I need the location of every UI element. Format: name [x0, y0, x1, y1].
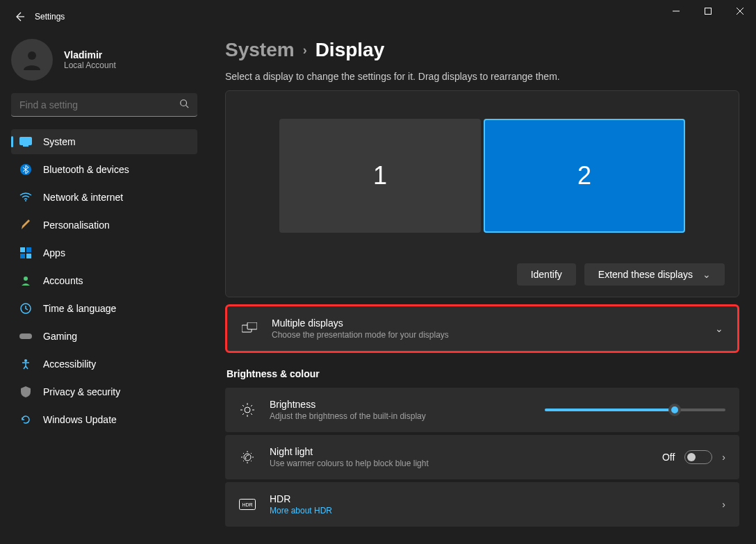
- night-light-card[interactable]: Night light Use warmer colours to help b…: [225, 435, 739, 479]
- svg-line-28: [251, 405, 252, 406]
- sidebar-item-apps[interactable]: Apps: [11, 240, 197, 265]
- nav-label: Apps: [43, 247, 65, 258]
- person-icon: [19, 274, 32, 287]
- identify-button[interactable]: Identify: [517, 263, 576, 286]
- svg-line-38: [243, 461, 244, 461]
- breadcrumb-parent[interactable]: System: [225, 39, 295, 61]
- svg-text:HDR: HDR: [242, 502, 252, 507]
- accessibility-icon: [19, 358, 32, 370]
- nav-label: Accessibility: [43, 358, 96, 370]
- svg-point-5: [181, 99, 187, 106]
- brightness-sub: Adjust the brightness of the built-in di…: [270, 411, 531, 421]
- nav-label: Windows Update: [43, 414, 117, 425]
- extend-label: Extend these displays: [598, 269, 693, 280]
- chevron-down-icon: ⌄: [702, 269, 711, 280]
- bluetooth-icon: [19, 163, 32, 176]
- svg-point-21: [245, 407, 250, 413]
- update-icon: [19, 413, 32, 426]
- brightness-card[interactable]: Brightness Adjust the brightness of the …: [225, 388, 739, 432]
- nav-label: Gaming: [43, 331, 77, 342]
- sun-icon: [239, 403, 256, 417]
- night-light-state: Off: [662, 452, 675, 463]
- nav-label: Network & internet: [43, 192, 123, 203]
- svg-rect-8: [23, 145, 28, 147]
- svg-line-35: [243, 453, 244, 454]
- nav-label: Accounts: [43, 275, 83, 286]
- svg-rect-13: [20, 254, 25, 258]
- breadcrumb: System › Display: [225, 39, 739, 61]
- section-brightness-colour: Brightness & colour: [227, 368, 739, 379]
- nav-label: System: [43, 136, 76, 147]
- svg-rect-17: [19, 333, 32, 339]
- extend-displays-dropdown[interactable]: Extend these displays ⌄: [584, 263, 725, 286]
- svg-rect-7: [20, 138, 32, 145]
- monitor-2[interactable]: 2: [484, 119, 685, 233]
- svg-rect-20: [247, 322, 257, 329]
- chevron-down-icon: ⌄: [715, 323, 723, 334]
- nav-label: Time & language: [43, 303, 116, 314]
- svg-point-4: [28, 51, 36, 60]
- sidebar-item-time[interactable]: Time & language: [11, 296, 197, 321]
- svg-rect-11: [20, 247, 25, 252]
- account-type: Local Account: [64, 60, 116, 70]
- avatar-icon: [11, 39, 53, 81]
- svg-rect-1: [705, 8, 712, 15]
- multiple-displays-card[interactable]: Multiple displays Choose the presentatio…: [225, 304, 739, 353]
- user-profile[interactable]: Vladimir Local Account: [11, 39, 197, 81]
- breadcrumb-current: Display: [315, 39, 385, 61]
- shield-icon: [19, 386, 32, 398]
- apps-icon: [19, 247, 32, 259]
- sidebar-item-bluetooth[interactable]: Bluetooth & devices: [11, 157, 197, 182]
- svg-line-37: [251, 453, 252, 454]
- sidebar-item-system[interactable]: System: [11, 129, 197, 154]
- search-icon: [179, 99, 189, 111]
- system-icon: [19, 135, 32, 148]
- moon-icon: [239, 450, 256, 464]
- nav-label: Bluetooth & devices: [43, 164, 129, 175]
- minimize-button[interactable]: [660, 0, 692, 22]
- brush-icon: [19, 219, 32, 231]
- sidebar: Vladimir Local Account System Bluetooth …: [0, 33, 208, 544]
- night-light-toggle[interactable]: [684, 450, 712, 464]
- search-field[interactable]: [19, 99, 179, 110]
- night-light-title: Night light: [270, 446, 648, 457]
- sidebar-item-update[interactable]: Windows Update: [11, 407, 197, 432]
- sidebar-item-personalisation[interactable]: Personalisation: [11, 213, 197, 238]
- hdr-link[interactable]: More about HDR: [270, 506, 708, 516]
- chevron-right-icon: ›: [303, 43, 307, 58]
- maximize-button[interactable]: [692, 0, 724, 22]
- svg-rect-14: [26, 254, 31, 258]
- hdr-card[interactable]: HDR HDR More about HDR ›: [225, 482, 739, 527]
- sidebar-item-accessibility[interactable]: Accessibility: [11, 352, 197, 377]
- sidebar-item-gaming[interactable]: Gaming: [11, 324, 197, 349]
- sidebar-item-privacy[interactable]: Privacy & security: [11, 379, 197, 404]
- monitors-container: 1 2: [240, 119, 725, 233]
- game-icon: [19, 330, 32, 343]
- svg-point-30: [244, 454, 251, 461]
- search-input[interactable]: [11, 93, 197, 117]
- nav-label: Privacy & security: [43, 386, 120, 397]
- monitor-1[interactable]: 1: [279, 119, 481, 233]
- page-subtitle: Select a display to change the settings …: [225, 71, 739, 82]
- close-button[interactable]: [724, 0, 756, 22]
- back-button[interactable]: [6, 3, 33, 31]
- display-arrangement-box: 1 2 Identify Extend these displays ⌄: [225, 90, 739, 297]
- sidebar-item-network[interactable]: Network & internet: [11, 185, 197, 210]
- window-title: Settings: [35, 12, 65, 22]
- displays-icon: [241, 322, 258, 335]
- svg-point-15: [24, 277, 28, 281]
- user-name: Vladimir: [64, 49, 116, 60]
- svg-line-26: [243, 405, 244, 406]
- nav: System Bluetooth & devices Network & int…: [11, 129, 197, 432]
- brightness-title: Brightness: [270, 399, 531, 410]
- multiple-displays-sub: Choose the presentation mode for your di…: [272, 330, 701, 340]
- chevron-right-icon: ›: [722, 452, 725, 463]
- night-light-sub: Use warmer colours to help block blue li…: [270, 459, 648, 468]
- svg-point-10: [25, 200, 26, 201]
- chevron-right-icon: ›: [722, 499, 725, 510]
- svg-point-18: [24, 359, 27, 362]
- svg-line-27: [251, 413, 252, 415]
- clock-icon: [19, 302, 32, 315]
- sidebar-item-accounts[interactable]: Accounts: [11, 268, 197, 293]
- brightness-slider[interactable]: [545, 409, 725, 411]
